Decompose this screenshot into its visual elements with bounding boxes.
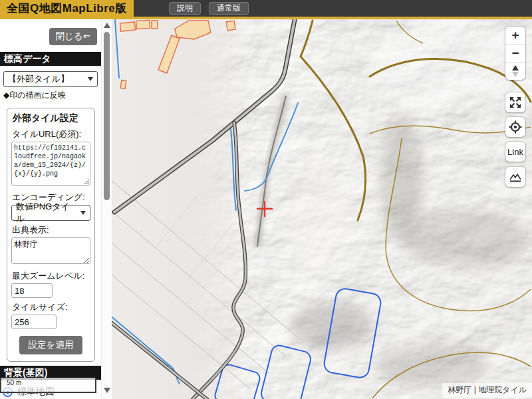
source-label: 出典表示: — [12, 224, 90, 236]
tile-size-label: タイルサイズ: — [12, 301, 90, 313]
source-textarea[interactable]: 林野庁 — [11, 237, 90, 264]
tile-settings-title: 外部タイル設定 — [13, 112, 90, 124]
tile-url-textarea[interactable]: https://cf192141.cloudfree.jp/nagaoka/de… — [11, 142, 90, 186]
minus-icon: − — [511, 46, 519, 61]
pitch-up-icon — [512, 65, 519, 70]
section-header-elevation: 標高データ — [0, 52, 101, 66]
zoom-control-group: + − — [505, 27, 525, 80]
elevation-note: ◆印の描画に反映 — [3, 90, 98, 101]
link-button-label: Link — [507, 147, 523, 157]
apply-settings-button[interactable]: 設定を適用 — [19, 336, 83, 354]
zoom-in-button[interactable]: + — [505, 27, 525, 44]
zoom-out-button[interactable]: − — [505, 44, 525, 62]
tile-url-label: タイルURL(必須): — [12, 128, 90, 140]
app-header: 全国Q地図MapLibre版 説明 通常版 — [0, 0, 532, 19]
scrollbar-thumb[interactable] — [104, 32, 110, 200]
tile-size-input[interactable] — [11, 315, 57, 329]
scale-text: 50 m — [7, 379, 21, 386]
chevron-down-icon — [80, 211, 86, 215]
geolocate-icon — [509, 120, 522, 134]
scale-bar: 50 m — [0, 378, 96, 393]
chevron-down-icon — [88, 77, 93, 81]
terrain-icon — [509, 170, 522, 184]
pitch-down-icon — [512, 72, 519, 77]
fullscreen-icon — [509, 96, 522, 109]
normal-version-button[interactable]: 通常版 — [209, 2, 249, 15]
page-title: 全国Q地図MapLibre版 — [7, 1, 127, 16]
encoding-value: 数値PNGタイル — [16, 201, 78, 225]
sidebar: 閉じる⇐ 標高データ 【外部タイル】 ◆印の描画に反映 外部タイル設定 タイルU… — [0, 19, 112, 399]
max-zoom-label: 最大ズームレベル: — [12, 270, 90, 282]
elevation-source-select[interactable]: 【外部タイル】 — [3, 71, 98, 87]
encoding-select[interactable]: 数値PNGタイル — [11, 205, 90, 221]
elevation-source-value: 【外部タイル】 — [8, 73, 69, 85]
scroll-up-icon[interactable] — [104, 23, 110, 28]
link-button[interactable]: Link — [505, 142, 525, 162]
scroll-down-icon[interactable] — [104, 388, 110, 393]
title-block: 全国Q地図MapLibre版 — [0, 0, 134, 17]
map-attribution: 林野庁 | 地理院タイル — [442, 383, 532, 398]
tile-settings-group: 外部タイル設定 タイルURL(必須): https://cf192141.clo… — [7, 108, 95, 362]
terrain-button[interactable] — [505, 167, 525, 187]
fullscreen-button[interactable] — [505, 92, 525, 112]
close-sidebar-button[interactable]: 閉じる⇐ — [49, 28, 97, 45]
geolocate-button[interactable] — [505, 117, 525, 137]
max-zoom-input[interactable] — [11, 283, 53, 298]
sidebar-scrollbar[interactable] — [101, 19, 112, 399]
plus-icon: + — [511, 28, 519, 43]
help-button[interactable]: 説明 — [169, 2, 201, 15]
pitch-toggle-button[interactable] — [505, 62, 525, 80]
